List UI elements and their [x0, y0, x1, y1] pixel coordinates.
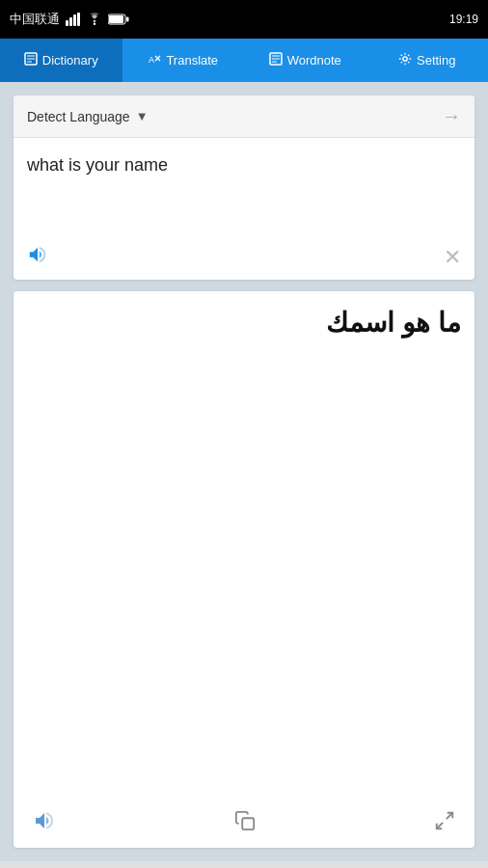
copy-icon[interactable] — [234, 810, 256, 835]
setting-tab-icon — [398, 52, 412, 68]
wifi-icon — [87, 13, 102, 26]
svg-rect-2 — [73, 14, 76, 26]
input-clear-icon[interactable]: ✕ — [444, 245, 461, 270]
svg-rect-7 — [126, 17, 129, 22]
setting-tab-label: Setting — [417, 53, 455, 68]
carrier-text: 中国联通 — [10, 11, 60, 28]
time-text: 19:19 — [449, 13, 478, 26]
input-card-footer: ✕ — [14, 234, 474, 280]
wordnote-tab-label: Wordnote — [287, 53, 341, 68]
input-text-display[interactable]: what is your name — [14, 138, 474, 234]
tab-setting[interactable]: Setting — [366, 39, 489, 82]
tab-dictionary[interactable]: Dictionary — [0, 39, 122, 82]
translate-tab-icon: A — [148, 52, 161, 68]
status-left: 中国联通 — [10, 11, 129, 28]
dictionary-tab-label: Dictionary — [42, 53, 98, 68]
tab-wordnote[interactable]: Wordnote — [244, 39, 366, 82]
status-right: 19:19 — [449, 13, 478, 26]
output-text-display: ما هو اسمك — [14, 291, 474, 798]
detect-language-label: Detect Language — [27, 109, 130, 124]
signal-icon — [66, 13, 81, 26]
tab-translate[interactable]: A Translate — [122, 39, 245, 82]
main-content: Detect Language ▼ → what is your name ✕ … — [0, 82, 488, 861]
svg-rect-18 — [242, 818, 254, 829]
arrow-right-icon: → — [442, 105, 461, 127]
dictionary-tab-icon — [24, 52, 38, 68]
output-text-content: ما هو اسمك — [326, 308, 461, 338]
expand-icon[interactable] — [434, 810, 455, 835]
input-speaker-icon[interactable] — [27, 244, 48, 270]
wordnote-tab-icon — [269, 52, 283, 68]
translate-tab-label: Translate — [166, 53, 218, 68]
svg-rect-0 — [66, 20, 68, 26]
input-card: Detect Language ▼ → what is your name ✕ — [14, 95, 474, 280]
output-speaker-icon[interactable] — [33, 809, 56, 836]
input-text-content: what is your name — [27, 155, 168, 175]
svg-text:A: A — [149, 55, 154, 65]
svg-line-20 — [437, 823, 443, 828]
output-card: ما هو اسمك — [14, 291, 474, 848]
battery-icon — [108, 14, 129, 25]
detect-language-selector[interactable]: Detect Language ▼ — [27, 109, 149, 124]
svg-rect-1 — [69, 17, 72, 26]
nav-tabs: Dictionary A Translate Wordnote — [0, 39, 488, 82]
output-card-footer — [14, 798, 474, 848]
svg-line-19 — [447, 813, 452, 819]
status-bar: 中国联通 19:19 — [0, 0, 488, 39]
chevron-down-icon: ▼ — [136, 109, 149, 123]
svg-point-4 — [94, 23, 95, 25]
input-card-header: Detect Language ▼ → — [14, 95, 474, 138]
svg-rect-3 — [77, 13, 80, 26]
svg-point-17 — [403, 57, 407, 61]
svg-rect-6 — [109, 15, 123, 23]
